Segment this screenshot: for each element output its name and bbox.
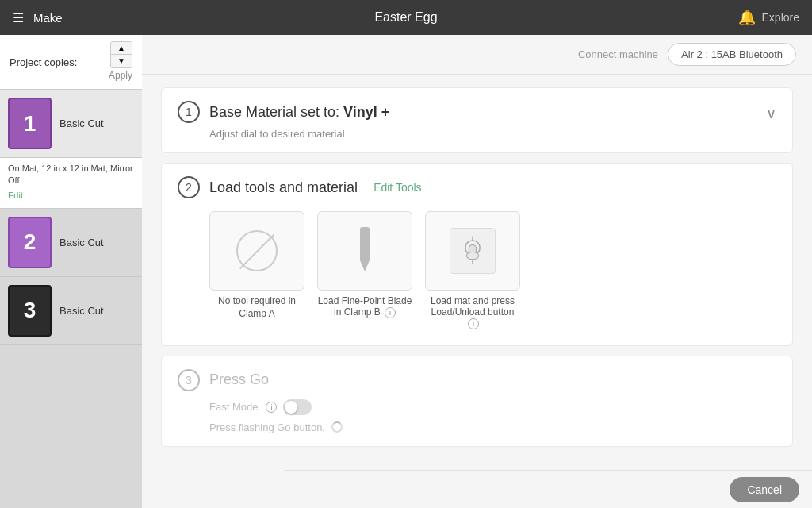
tool-card-3: Load mat and press Load/Unload button i <box>425 211 520 329</box>
bell-icon[interactable]: 🔔 <box>738 9 756 26</box>
cancel-button[interactable]: Cancel <box>730 477 799 502</box>
item-description: On Mat, 12 in x 12 in Mat, Mirror Off <box>8 163 134 187</box>
machine-connect-button[interactable]: Air 2 : 15AB Bluetooth <box>668 43 796 66</box>
step3-title: Press Go <box>209 371 269 388</box>
load-mat-icon <box>450 228 496 274</box>
step2-title: Load tools and material <box>209 179 358 196</box>
steps-container: 1 Base Material set to: Vinyl + ∨ Adjust… <box>142 75 812 469</box>
page-title: Easter Egg <box>374 10 437 25</box>
step1-material: Vinyl + <box>343 104 389 120</box>
fast-mode-label: Fast Mode <box>209 401 258 413</box>
tool-cards: No tool required in Clamp A Load Fine-Po… <box>209 211 776 329</box>
header: ☰ Make Easter Egg 🔔 Explore <box>0 0 812 35</box>
item-label-1: Basic Cut <box>59 117 104 129</box>
step-3: 3 Press Go Fast Mode i Press flashing Go… <box>161 356 793 447</box>
step2-number: 2 <box>178 176 200 198</box>
item-label-2: Basic Cut <box>59 237 104 248</box>
step1-chevron[interactable]: ∨ <box>766 105 776 122</box>
stepper-down[interactable]: ▼ <box>111 55 132 67</box>
tool-card-frame-2 <box>317 211 412 291</box>
list-item[interactable]: 2 Basic Cut <box>0 209 142 277</box>
apply-button[interactable]: Apply <box>109 68 132 83</box>
fast-mode-toggle[interactable] <box>283 399 312 415</box>
step1-number: 1 <box>178 101 200 123</box>
press-go-text: Press flashing Go button. <box>209 421 325 433</box>
tool-card-1: No tool required in Clamp A <box>209 211 304 329</box>
sidebar-top: Project copies: ▲ ▼ Apply <box>0 35 142 90</box>
menu-icon[interactable]: ☰ <box>13 10 24 25</box>
stepper-up[interactable]: ▲ <box>111 42 132 55</box>
app-name: Make <box>33 11 63 25</box>
sidebar-items: 1 Basic Cut On Mat, 12 in x 12 in Mat, M… <box>0 90 142 508</box>
item-label-3: Basic Cut <box>59 305 104 317</box>
header-right: 🔔 Explore <box>738 9 799 26</box>
step3-number: 3 <box>178 369 200 391</box>
list-item[interactable]: 3 Basic Cut <box>0 277 142 345</box>
tool-card-frame-1 <box>209 211 304 291</box>
step-1: 1 Base Material set to: Vinyl + ∨ Adjust… <box>161 87 793 153</box>
sidebar: Project copies: ▲ ▼ Apply 1 Basic Cut On… <box>0 35 142 508</box>
step1-header: 1 Base Material set to: Vinyl + <box>178 101 389 123</box>
blade-icon <box>359 227 370 275</box>
edit-link[interactable]: Edit <box>8 190 23 200</box>
mat-thumbnail-1: 1 <box>8 98 52 149</box>
layout: Project copies: ▲ ▼ Apply 1 Basic Cut On… <box>0 35 812 508</box>
no-tool-icon <box>236 230 278 271</box>
explore-label[interactable]: Explore <box>762 11 799 24</box>
tool-label-2: Load Fine-Point Blade in Clamp B i <box>317 295 412 318</box>
tool-label-3: Load mat and press Load/Unload button i <box>425 295 520 329</box>
connect-bar: Connect machine Air 2 : 15AB Bluetooth <box>142 35 812 75</box>
svg-point-4 <box>466 252 478 260</box>
project-copies-label: Project copies: <box>10 56 77 68</box>
loading-spinner <box>331 421 343 433</box>
info-icon-1[interactable]: i <box>385 307 396 318</box>
tool-card-2: Load Fine-Point Blade in Clamp B i <box>317 211 412 329</box>
tool-label-1: No tool required in Clamp A <box>209 295 304 320</box>
mat-thumbnail-3: 3 <box>8 285 52 337</box>
main-content: Connect machine Air 2 : 15AB Bluetooth 1… <box>142 35 812 508</box>
step1-title: Base Material set to: Vinyl + <box>209 104 389 121</box>
fast-mode-row: Fast Mode i <box>209 399 776 415</box>
step1-subtitle: Adjust dial to desired material <box>209 128 776 140</box>
bottom-bar: Cancel <box>284 470 812 508</box>
item-info: On Mat, 12 in x 12 in Mat, Mirror Off Ed… <box>0 158 142 209</box>
connect-label: Connect machine <box>578 48 658 60</box>
copies-stepper[interactable]: ▲ ▼ <box>110 41 132 68</box>
info-icon-2[interactable]: i <box>468 318 479 329</box>
mat-thumbnail-2: 2 <box>8 217 52 268</box>
fast-mode-info-icon[interactable]: i <box>266 402 277 413</box>
step2-header: 2 Load tools and material Edit Tools <box>178 176 776 198</box>
list-item[interactable]: 1 Basic Cut <box>0 90 142 158</box>
step-2: 2 Load tools and material Edit Tools No … <box>161 163 793 346</box>
tool-card-frame-3 <box>425 211 520 291</box>
press-go-row: Press flashing Go button. <box>209 421 776 433</box>
step3-header: 3 Press Go <box>178 369 776 391</box>
finger-svg <box>454 233 491 269</box>
edit-tools-link[interactable]: Edit Tools <box>373 181 421 194</box>
sidebar-top-right: ▲ ▼ Apply <box>109 41 132 83</box>
step1-title-row: 1 Base Material set to: Vinyl + ∨ <box>178 101 776 126</box>
